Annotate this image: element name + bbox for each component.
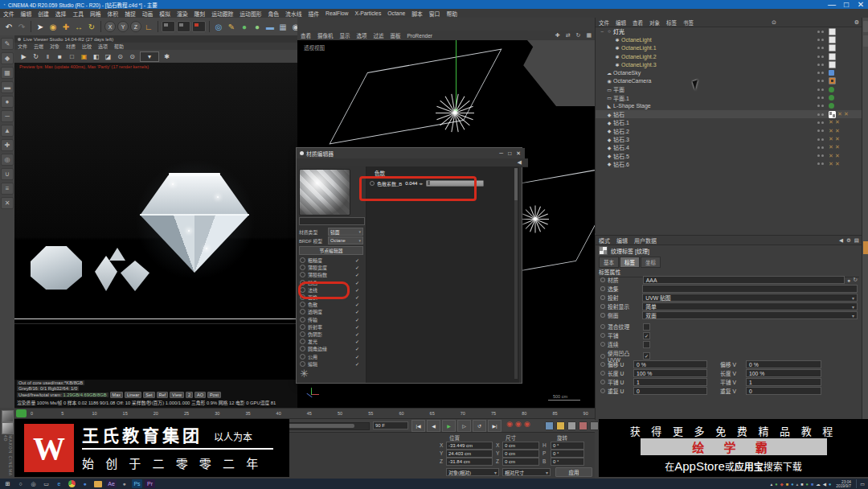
animation-dot[interactable]: [370, 181, 375, 186]
after-effects-icon[interactable]: Ae: [106, 479, 117, 488]
lv-resolution-dropdown[interactable]: ▾: [140, 51, 159, 62]
octane-ball2-icon[interactable]: ●: [252, 21, 263, 32]
timeline-tick[interactable]: 20: [154, 411, 158, 416]
goto-end-button[interactable]: ▶|: [488, 420, 502, 432]
uv-field[interactable]: 100 %: [633, 369, 707, 377]
object-tree-row[interactable]: ◆钻石.4✕✕: [596, 143, 862, 151]
object-tree-row[interactable]: ▭平面: [596, 85, 862, 93]
menu-item[interactable]: 编辑: [18, 10, 35, 18]
object-name[interactable]: 平面.1: [613, 94, 629, 102]
layout-tab-2[interactable]: [863, 35, 868, 47]
compositing-tag-icon[interactable]: [829, 53, 836, 60]
visibility-dot[interactable]: [817, 64, 820, 66]
lv-camera-pin-icon[interactable]: ⊙: [128, 52, 137, 61]
timeline-tick[interactable]: 10: [92, 411, 96, 416]
visibility-dot[interactable]: [821, 105, 824, 107]
visibility-dot[interactable]: [821, 113, 824, 116]
channel-check[interactable]: ✓: [355, 272, 359, 277]
attribute-tool-icon[interactable]: ⚙: [846, 237, 851, 244]
channel-check[interactable]: ✓: [355, 265, 359, 270]
uv-field[interactable]: 1: [746, 378, 821, 386]
object-tree-row[interactable]: ◉OctaneCamera: [596, 77, 862, 85]
workplane-lock-icon[interactable]: ≡: [1, 183, 14, 195]
animation-dot[interactable]: [600, 388, 605, 393]
tray-icon[interactable]: ■: [786, 482, 788, 487]
lv-focus-pin-icon[interactable]: ⊙: [116, 52, 125, 61]
crossed-tag-icon[interactable]: ✕: [829, 136, 833, 142]
keyframe-toggle-2[interactable]: [567, 421, 576, 430]
crossed-tag-icon[interactable]: ✕: [829, 128, 833, 134]
uv-field[interactable]: 0: [633, 387, 707, 395]
dispersion-slider[interactable]: [426, 180, 484, 187]
animation-dot[interactable]: [600, 304, 605, 309]
channel-check[interactable]: ✓: [355, 309, 359, 314]
render-view[interactable]: Preview fps: Max (update 400ms), Max 'Pa…: [14, 63, 297, 380]
object-manager-menu-item[interactable]: 书签: [680, 18, 697, 27]
octane-node-icon[interactable]: ✳: [300, 368, 309, 380]
tray-icon[interactable]: ●: [829, 482, 831, 487]
compositing-tag-icon[interactable]: [829, 44, 836, 51]
crossed-tag-icon[interactable]: ✕: [835, 136, 840, 142]
menu-item[interactable]: 帮助: [443, 10, 461, 18]
rotation-field[interactable]: 0 °: [551, 458, 584, 466]
coord-system-icon[interactable]: ∟: [143, 21, 154, 32]
material-channel-item[interactable]: 伪阴影✓: [297, 331, 366, 338]
side-dropdown[interactable]: 双面: [642, 311, 858, 319]
object-name[interactable]: 钻石.6: [613, 160, 629, 168]
app-icon-blue[interactable]: ●: [80, 479, 90, 488]
material-channel-item[interactable]: 薄膜宽度✓: [297, 264, 366, 271]
material-type-dropdown[interactable]: 镜面: [328, 228, 363, 236]
channel-check[interactable]: ✓: [355, 324, 359, 330]
animation-dot[interactable]: [600, 354, 605, 359]
viewport-nav-icon[interactable]: ▦: [586, 32, 595, 39]
visibility-dot[interactable]: [817, 129, 820, 132]
tab-标签[interactable]: 标签: [620, 257, 640, 268]
move-tool-icon[interactable]: ✚: [60, 21, 72, 32]
viewport-menu-item[interactable]: 面板: [387, 31, 404, 39]
coord-mode-dropdown[interactable]: 对象(相对): [446, 468, 499, 476]
visibility-dot[interactable]: [821, 162, 824, 165]
octane-pen-icon[interactable]: ✎: [226, 21, 237, 32]
visibility-dot[interactable]: [817, 72, 820, 74]
material-channel-item[interactable]: 折射率✓: [297, 323, 366, 331]
layout-tab-1[interactable]: [863, 21, 868, 32]
start-button[interactable]: ⊞: [2, 479, 13, 488]
tray-icon[interactable]: ◆: [780, 482, 784, 487]
crossed-tag-icon[interactable]: ✕: [829, 119, 833, 125]
timeline-tick[interactable]: 80: [522, 411, 526, 416]
keyframe-selection-button[interactable]: ◉: [524, 420, 530, 428]
tile-checkbox[interactable]: ✓: [643, 332, 650, 339]
object-name[interactable]: OctaneLight.2: [621, 54, 657, 60]
menu-item[interactable]: X-Particles: [351, 10, 384, 16]
object-name[interactable]: OctaneLight.3: [621, 62, 657, 68]
crossed-tag-icon[interactable]: ✕: [844, 111, 849, 118]
size-mode-dropdown[interactable]: 相对尺寸: [502, 468, 551, 476]
visibility-dot[interactable]: [817, 138, 820, 141]
object-name[interactable]: 钻石.5: [613, 152, 629, 160]
rotate-tool-icon[interactable]: ↻: [86, 21, 97, 32]
crossed-tag-icon[interactable]: ✕: [829, 161, 833, 167]
visibility-dot[interactable]: [821, 80, 824, 82]
search-icon[interactable]: ○: [15, 479, 26, 488]
material-channel-item[interactable]: 粗糙度✓: [297, 257, 366, 264]
octane-globe-icon[interactable]: ◎: [213, 21, 224, 32]
timeline-tick[interactable]: 55: [368, 411, 373, 416]
octane-grid-icon[interactable]: ▦: [277, 21, 289, 32]
viewport-menu-item[interactable]: 显示: [337, 31, 354, 39]
gem-octahedron[interactable]: [95, 256, 117, 291]
visibility-dot[interactable]: [817, 154, 820, 157]
uv-field[interactable]: 0 %: [746, 360, 821, 368]
visibility-dot[interactable]: [821, 121, 824, 124]
visibility-dot[interactable]: [817, 146, 820, 149]
visibility-dot[interactable]: [817, 55, 820, 58]
compositing-tag-icon[interactable]: [829, 36, 836, 43]
live-selection-icon[interactable]: ◉: [47, 21, 59, 32]
animation-dot[interactable]: [600, 324, 605, 329]
animation-dot[interactable]: [600, 371, 605, 376]
lv-lock-icon[interactable]: ▣: [80, 52, 88, 61]
texture-tag-icon[interactable]: [829, 111, 836, 118]
display-dropdown[interactable]: 简单: [642, 302, 858, 310]
timeline-tick[interactable]: 15: [123, 411, 128, 416]
gem-rounded[interactable]: [31, 246, 82, 290]
channel-check[interactable]: ✓: [355, 287, 359, 293]
